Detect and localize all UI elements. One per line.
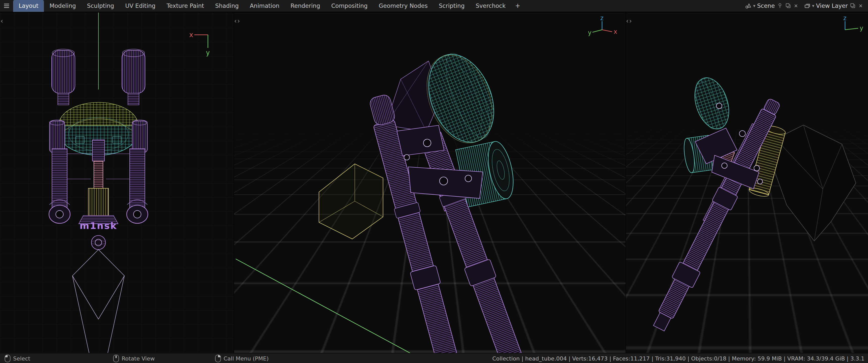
tab-texture-paint[interactable]: Texture Paint — [161, 0, 210, 12]
view-layer-name[interactable]: View Layer — [816, 2, 848, 9]
axis-y-label: y — [860, 25, 863, 32]
pin-icon[interactable] — [777, 2, 783, 9]
axis-x-label: x — [189, 31, 193, 39]
scene-selector[interactable]: ▾ Scene ✕ — [743, 1, 801, 10]
tab-compositing[interactable]: Compositing — [326, 0, 373, 12]
tab-modeling[interactable]: Modeling — [44, 0, 82, 12]
add-workspace-button[interactable]: + — [511, 0, 524, 12]
hamburger-menu-icon[interactable] — [0, 0, 13, 12]
axis-gizmo-front[interactable]: x y — [187, 26, 222, 61]
topbar-right-controls: ▾ Scene ✕ ▾ View Layer ✕ — [743, 1, 868, 10]
tab-rendering[interactable]: Rendering — [285, 0, 326, 12]
tab-scripting[interactable]: Scripting — [433, 0, 470, 12]
topbar: Layout Modeling Sculpting UV Editing Tex… — [0, 0, 868, 12]
view-layer-icon — [804, 2, 810, 9]
tab-shading[interactable]: Shading — [210, 0, 244, 12]
region-split-arrows-icon[interactable]: ‹› — [626, 17, 632, 25]
y-axis-floor-line — [236, 259, 411, 353]
scene-icon — [745, 2, 751, 9]
chevron-down-icon: ▾ — [753, 3, 755, 8]
scene-name[interactable]: Scene — [757, 2, 775, 9]
hint-call-menu: Call Menu (PME) — [215, 354, 269, 363]
tab-uv-editing[interactable]: UV Editing — [120, 0, 161, 12]
tab-layout[interactable]: Layout — [13, 0, 44, 12]
axis-x-label: x — [614, 28, 617, 35]
viewport-user-perspective[interactable]: z y x ‹› — [234, 12, 625, 353]
hint-select: Select — [4, 354, 30, 363]
axis-z-label: z — [600, 16, 603, 22]
axis-y-label: y — [588, 29, 591, 36]
chevron-down-icon: ▾ — [812, 3, 814, 8]
new-scene-icon[interactable] — [785, 2, 792, 9]
region-split-arrows-icon[interactable]: ‹› — [234, 17, 241, 25]
tab-sverchock[interactable]: Sverchock — [470, 0, 511, 12]
user-wireframe-model — [234, 12, 625, 353]
new-view-layer-icon[interactable] — [849, 2, 856, 9]
tab-geometry-nodes[interactable]: Geometry Nodes — [373, 0, 433, 12]
right-mouse-icon — [215, 355, 221, 363]
model-brand-text: m1nsk — [80, 221, 117, 231]
region-split-arrow-icon[interactable]: ‹ — [0, 17, 3, 25]
left-mouse-icon — [4, 355, 10, 363]
tab-animation[interactable]: Animation — [244, 0, 285, 12]
axis-gizmo-side[interactable]: z y — [833, 16, 868, 42]
workspace-tabs: Layout Modeling Sculpting UV Editing Tex… — [13, 0, 524, 12]
axis-z-label: z — [843, 16, 846, 22]
middle-mouse-icon — [113, 355, 119, 363]
hint-rotate-view: Rotate View — [113, 354, 155, 363]
remove-view-layer-icon[interactable]: ✕ — [858, 3, 864, 8]
view-layer-selector[interactable]: ▾ View Layer ✕ — [802, 1, 866, 10]
unlink-scene-icon[interactable]: ✕ — [793, 3, 799, 8]
statusbar: Select Rotate View Call Menu (PME) Colle… — [0, 353, 868, 363]
axis-gizmo-user[interactable]: z y x — [587, 16, 620, 44]
tab-sculpting[interactable]: Sculpting — [82, 0, 120, 12]
side-wireframe-model — [626, 12, 868, 353]
viewport-side-perspective[interactable]: z y ‹› — [626, 12, 868, 353]
axis-y-label: y — [206, 49, 210, 57]
front-wireframe-model: m1nsk — [0, 12, 234, 353]
scene-statistics: Collection | head_tube.004 | Verts:16,47… — [492, 354, 865, 363]
viewport-front-ortho[interactable]: m1nsk x y ‹ — [0, 12, 234, 353]
